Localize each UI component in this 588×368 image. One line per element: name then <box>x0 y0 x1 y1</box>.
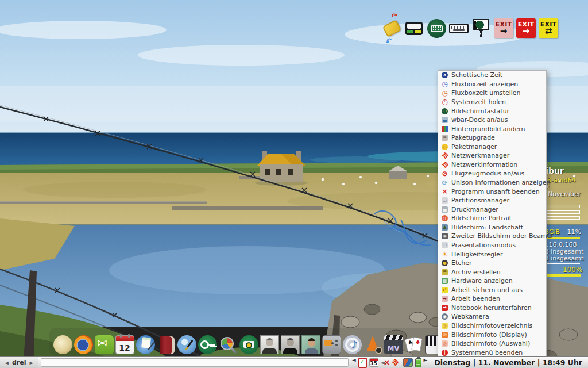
menu-item-bildschirmfoto-auswahl[interactable]: ◎Bildschirmfoto (Auswahl) <box>438 339 546 348</box>
menu-item-arbeit-beenden[interactable]: →Arbeit beenden <box>438 294 546 303</box>
workspace-next-icon[interactable]: ► <box>29 360 33 366</box>
vlc-icon <box>363 335 382 354</box>
task-list[interactable] <box>41 358 348 367</box>
menu-item-label: Fluxboxzeit anzeigen <box>451 80 518 88</box>
partition-icon: ▭ <box>442 197 448 204</box>
menu-item-schottische-zeit[interactable]: ×Schottische Zeit <box>438 71 546 79</box>
network-info-icon: ))) <box>440 160 450 170</box>
volume-muted-icon[interactable] <box>381 358 390 367</box>
screenshot-camera-icon[interactable] <box>239 330 258 354</box>
keyboard-icon[interactable] <box>448 15 469 41</box>
menu-item-hardware-anzeigen[interactable]: ▦Hardware anzeigen <box>438 277 546 285</box>
vlc-icon[interactable] <box>363 330 382 354</box>
firefox-icon[interactable] <box>74 330 93 354</box>
media-cd-icon[interactable] <box>342 330 362 354</box>
menu-item-fluxboxzeit-anzeigen[interactable]: ◷Fluxboxzeit anzeigen <box>438 80 546 89</box>
menu-item-helligkeitsregler[interactable]: ☀Helligkeitsregler <box>438 250 546 258</box>
menu-item-label: Systemmenü beenden <box>451 349 523 356</box>
exit-restart-button[interactable]: EXIT ⇄ <box>538 15 559 41</box>
display-layout-icon[interactable] <box>404 15 424 41</box>
menu-item-label: Druckmanager <box>451 206 498 213</box>
menu-item-label: Partitionsmanager <box>451 197 509 204</box>
radio-icon[interactable] <box>322 330 341 354</box>
taskbar-clock: Dienstag | 11. November | 18:49 Uhr <box>428 357 588 368</box>
exit-suspend-button[interactable]: EXIT → <box>493 15 514 41</box>
menu-item-wbar-dock-an-aus[interactable]: ▄wbar-Dock an/aus <box>438 116 546 124</box>
exit-arrow-icon: → <box>523 28 530 35</box>
battery-icon[interactable] <box>415 358 421 367</box>
menu-item-paketmanager[interactable]: ◡Paketmanager <box>438 143 546 151</box>
disk-analyzer-icon[interactable] <box>218 330 238 354</box>
presentation-screen-icon[interactable] <box>471 15 492 41</box>
menu-item-notebook-herunterfahren[interactable]: →Notebook herunterfahren <box>438 304 546 312</box>
mail-icon[interactable] <box>94 330 114 354</box>
calendar-icon: 12 <box>115 335 134 354</box>
menu-item-bildschirmfoto-display[interactable]: ◎Bildschirmfoto (Display) <box>438 331 546 339</box>
brightness-icon: ☀ <box>442 251 448 258</box>
menu-item-unison-informationen-anzeigen[interactable]: ⟳Unison-Informationen anzeigen <box>438 178 546 187</box>
portrait-photo2-icon[interactable] <box>280 330 300 354</box>
menu-item-arbeit-sichern-und-aus[interactable]: ⇄Arbeit sichern und aus <box>438 286 546 294</box>
menu-item-webkamera[interactable]: ◉Webkamera <box>438 312 546 321</box>
menu-item-partitionsmanager[interactable]: ▭Partitionsmanager <box>438 196 546 205</box>
workspace-switcher: ◄ drei ► <box>0 357 38 368</box>
exit-save-icon: ⇄ <box>442 287 448 293</box>
portrait-photo-icon[interactable] <box>260 330 279 354</box>
notes-globe-icon[interactable] <box>136 330 155 354</box>
menu-item-zweiter-bildschirm-oder-beamer[interactable]: ◉Zweiter Bildschirm oder Beamer <box>438 232 546 240</box>
archive-icon: ≡ <box>442 269 448 275</box>
menu-item-label: Programm unsanft beenden <box>451 188 540 195</box>
tray-collapse-icon[interactable]: ◄ <box>351 357 357 368</box>
menu-item-flugzeugmodus-an-aus[interactable]: ⊘Flugzeugmodus an/aus <box>438 169 546 178</box>
clipboard-icon[interactable] <box>358 358 367 368</box>
menu-item-bildschirmfotoverzeichnis[interactable]: ◎Bildschirmfotoverzeichnis <box>438 321 546 330</box>
menu-item-label: Etcher <box>451 259 472 267</box>
menu-item-bildschirm-portrait[interactable]: ▯Bildschirm: Portrait <box>438 214 546 223</box>
menu-item-bildschirm-landschaft[interactable]: ▲Bildschirm: Landschaft <box>438 223 546 232</box>
globe-pen-icon[interactable] <box>177 330 196 354</box>
exit-shutdown-button[interactable]: EXIT → <box>516 15 536 41</box>
tray-calendar-icon-label: 35 <box>370 361 378 366</box>
clock-red-icon: ◷ <box>442 99 448 105</box>
video-editor-icon[interactable]: MV <box>384 330 403 354</box>
menu-item-netzwerkinformation[interactable]: )))Netzwerkinformation <box>438 160 546 169</box>
journal-book-icon[interactable] <box>156 330 176 354</box>
menu-item-hintergrundbild-ndern[interactable]: Hintergrundbild ändern <box>438 125 546 133</box>
menu-item-netzwerkmanager[interactable]: )))Netzwerkmanager <box>438 151 546 160</box>
rotate-display-icon[interactable] <box>381 15 402 41</box>
presentation-mode-icon: ▭ <box>442 242 448 248</box>
menu-item-fluxboxzeit-umstellen[interactable]: ◷Fluxboxzeit umstellen <box>438 89 546 97</box>
screen-landscape-icon: ▲ <box>442 224 448 231</box>
menu-item-archiv-erstellen[interactable]: ≡Archiv erstellen <box>438 268 546 277</box>
moon-icon[interactable] <box>53 330 72 354</box>
menu-item-druckmanager[interactable]: ▄Druckmanager <box>438 205 546 214</box>
menu-item-systemzeit-holen[interactable]: ◷Systemzeit holen <box>438 98 546 106</box>
menu-item-pr-sentationsmodus[interactable]: ▭Präsentationsmodus <box>438 241 546 250</box>
moon-icon <box>53 335 72 354</box>
tray-calendar-icon[interactable]: 35 <box>369 358 378 367</box>
menu-item-paketupgrade[interactable]: ≡Paketupgrade <box>438 133 546 142</box>
menu-item-label: Zweiter Bildschirm oder Beamer <box>451 232 554 240</box>
screenshot-select-icon: ◎ <box>442 340 448 347</box>
cards-game-icon[interactable] <box>404 330 424 354</box>
workspace-prev-icon[interactable]: ◄ <box>5 360 9 366</box>
etcher-icon: ● <box>442 260 448 266</box>
menu-item-programm-unsanft-beenden[interactable]: ×Programm unsanft beenden <box>438 187 546 196</box>
menu-item-systemmen-beenden[interactable]: |Systemmenü beenden <box>438 348 546 357</box>
media-cd-icon <box>343 335 362 354</box>
menu-item-label: Schottische Zeit <box>451 71 502 79</box>
display-icon[interactable] <box>403 358 413 367</box>
system-tray: 35 <box>357 357 423 368</box>
menu-item-label: Systemzeit holen <box>451 98 506 106</box>
shutdown-icon: → <box>442 305 448 311</box>
onscreen-keyboard-icon[interactable] <box>426 15 447 41</box>
menu-item-bildschirmtastatur[interactable]: ▭Bildschirmtastatur <box>438 106 546 115</box>
exit-arrow-icon: ⇄ <box>545 28 552 35</box>
tray-expand-icon[interactable]: ► <box>423 357 429 368</box>
network-rss-icon[interactable] <box>392 358 401 367</box>
menu-item-label: Bildschirmfoto (Display) <box>451 331 527 339</box>
menu-item-etcher[interactable]: ●Etcher <box>438 259 546 267</box>
portrait-painting-icon[interactable] <box>301 330 320 354</box>
calendar-icon[interactable]: 12 <box>115 330 134 354</box>
password-key-icon[interactable] <box>198 330 217 354</box>
